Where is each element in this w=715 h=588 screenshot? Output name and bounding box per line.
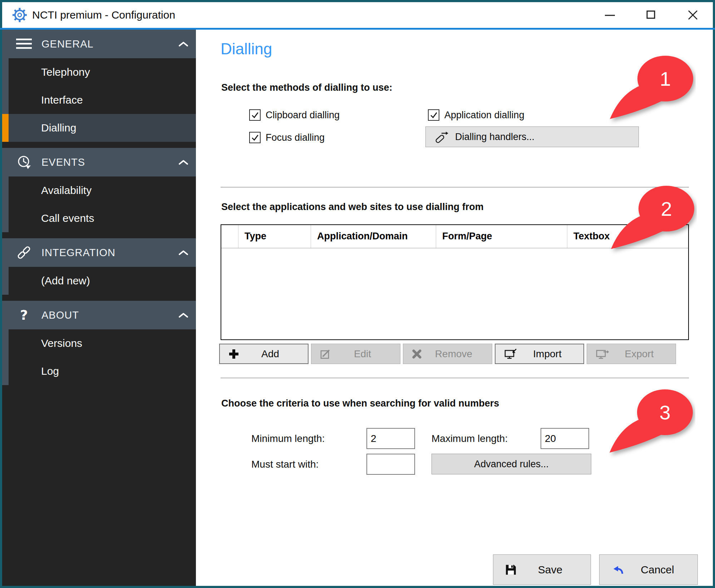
- section-label: EVENTS: [41, 156, 85, 168]
- chevron-up-icon: [178, 249, 189, 257]
- minimum-length-input[interactable]: [366, 428, 415, 449]
- chevron-up-icon: [178, 159, 189, 167]
- save-button[interactable]: Save: [493, 554, 591, 585]
- import-icon: [504, 348, 518, 360]
- cancel-button[interactable]: Cancel: [599, 554, 698, 585]
- methods-label: Select the methods of dialling to use:: [221, 82, 393, 93]
- checkbox-label: Focus dialling: [266, 132, 325, 143]
- menu-icon: [15, 36, 33, 52]
- button-label: Save: [517, 564, 583, 576]
- sidebar-item-interface[interactable]: Interface: [9, 86, 196, 114]
- checkbox-checked-icon[interactable]: [249, 109, 261, 121]
- sidebar-item-log[interactable]: Log: [9, 357, 196, 385]
- add-button[interactable]: Add: [219, 344, 309, 364]
- section-label: INTEGRATION: [41, 247, 115, 259]
- undo-arrow-icon: [611, 564, 625, 575]
- sidebar: GENERAL Telephony Interface Dialling EVE…: [2, 30, 196, 586]
- callout-balloon-3: 3: [574, 377, 695, 480]
- sidebar-item-availability[interactable]: Availability: [9, 176, 196, 204]
- gear-icon: [11, 7, 28, 23]
- maximize-icon: [646, 10, 656, 20]
- checkbox-focus-dialling[interactable]: Focus dialling: [249, 132, 325, 143]
- sidebar-group-integration: (Add new): [2, 267, 196, 295]
- page-title: Dialling: [221, 40, 272, 58]
- button-label: Remove: [422, 348, 485, 360]
- advanced-rules-button[interactable]: Advanced rules...: [432, 454, 591, 474]
- checkbox-label: Application dialling: [444, 110, 524, 121]
- window-border-right: [713, 0, 715, 588]
- sidebar-group-about: Versions Log: [2, 329, 196, 385]
- phone-forward-icon: [434, 130, 449, 144]
- x-icon: [412, 349, 422, 359]
- column-header-type[interactable]: Type: [238, 225, 311, 248]
- remove-button[interactable]: Remove: [403, 344, 492, 364]
- maximum-length-label: Maximum length:: [432, 428, 508, 449]
- window-border-bottom: [0, 586, 715, 588]
- sidebar-gap: [2, 295, 196, 301]
- minimize-button[interactable]: [593, 2, 626, 28]
- sidebar-gap: [2, 232, 196, 238]
- maximize-button[interactable]: [635, 2, 667, 28]
- button-label: Add: [239, 348, 301, 360]
- separator: [221, 378, 689, 378]
- checkbox-checked-icon[interactable]: [428, 109, 439, 121]
- applications-table[interactable]: Type Application/Domain Form/Page Textbo…: [221, 224, 689, 340]
- close-button[interactable]: [676, 2, 709, 28]
- events-icon: [15, 154, 33, 170]
- export-icon: [596, 348, 609, 360]
- dialling-handlers-button[interactable]: Dialling handlers...: [425, 126, 639, 147]
- button-label: Cancel: [625, 564, 690, 576]
- edit-button[interactable]: Edit: [311, 344, 400, 364]
- question-icon: ?: [15, 307, 33, 323]
- sidebar-section-events[interactable]: EVENTS: [2, 148, 196, 176]
- checkbox-clipboard-dialling[interactable]: Clipboard dialling: [249, 109, 340, 121]
- sidebar-indent-strip: [2, 267, 9, 295]
- button-label: Import: [518, 348, 577, 360]
- sidebar-gap: [2, 142, 196, 148]
- column-header-form-page[interactable]: Form/Page: [436, 225, 567, 248]
- sidebar-item-add-new[interactable]: (Add new): [9, 267, 196, 295]
- checkbox-checked-icon[interactable]: [249, 132, 261, 143]
- applications-label: Select the applications and web sites to…: [221, 201, 484, 213]
- sidebar-item-versions[interactable]: Versions: [9, 329, 196, 357]
- checkbox-application-dialling[interactable]: Application dialling: [428, 109, 524, 121]
- column-header-blank[interactable]: [221, 225, 238, 248]
- chevron-up-icon: [178, 312, 189, 320]
- must-start-with-input[interactable]: [366, 454, 415, 475]
- save-icon: [505, 564, 517, 576]
- close-icon: [687, 10, 698, 20]
- configuration-window: NCTI premium - Configuration GENERAL: [0, 0, 715, 588]
- button-label: Advanced rules...: [474, 459, 549, 470]
- column-header-textbox[interactable]: Textbox: [567, 225, 688, 248]
- sidebar-item-dialling[interactable]: Dialling: [2, 114, 196, 142]
- must-start-with-label: Must start with:: [251, 454, 319, 475]
- link-icon: [15, 244, 33, 261]
- maximum-length-input[interactable]: [541, 428, 589, 449]
- sidebar-item-call-events[interactable]: Call events: [9, 204, 196, 232]
- checkbox-label: Clipboard dialling: [266, 110, 340, 121]
- import-button[interactable]: Import: [495, 344, 584, 364]
- window-title: NCTI premium - Configuration: [32, 2, 175, 28]
- sidebar-group-general: Telephony Interface Dialling: [2, 58, 196, 142]
- minimum-length-label: Minimum length:: [251, 428, 325, 449]
- minimize-icon: [605, 10, 615, 20]
- button-label: Edit: [331, 348, 394, 360]
- sidebar-section-about[interactable]: ? ABOUT: [2, 301, 196, 329]
- plus-icon: [228, 349, 239, 359]
- sidebar-indent-strip: [2, 176, 9, 232]
- section-label: GENERAL: [41, 38, 94, 50]
- sidebar-section-general[interactable]: GENERAL: [2, 30, 196, 58]
- callout-number: 2: [661, 198, 672, 220]
- sidebar-section-integration[interactable]: INTEGRATION: [2, 238, 196, 267]
- column-header-application-domain[interactable]: Application/Domain: [311, 225, 436, 248]
- separator: [221, 187, 689, 188]
- export-button[interactable]: Export: [587, 344, 676, 364]
- criteria-label: Choose the criteria to use when searchin…: [221, 398, 499, 409]
- chevron-up-icon: [178, 41, 189, 49]
- pencil-icon: [320, 348, 331, 360]
- sidebar-indent-strip: [2, 329, 9, 385]
- sidebar-item-telephony[interactable]: Telephony: [9, 58, 196, 86]
- button-label: Dialling handlers...: [455, 131, 534, 143]
- table-body-empty[interactable]: [221, 248, 688, 339]
- button-label: Export: [609, 348, 669, 360]
